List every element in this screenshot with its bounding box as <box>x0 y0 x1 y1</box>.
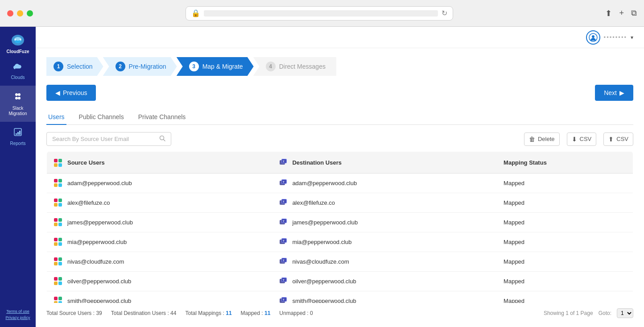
stepper-container: 1 Selection 2 Pre-Migration 3 Map & Migr… <box>36 48 644 76</box>
svg-line-15 <box>164 140 165 141</box>
sidebar-item-clouds[interactable]: Clouds <box>0 58 36 86</box>
svg-text:T: T <box>283 181 285 183</box>
source-cell-0: adam@pepperwood.club <box>47 174 272 193</box>
step-1[interactable]: 1 Selection <box>46 57 103 76</box>
footer-stats: Total Source Users : 39 Total Destinatio… <box>46 310 313 316</box>
destination-cell-6: T smith@pepperwood.club <box>272 291 496 303</box>
table-toolbar: 🗑 Delete ⬇ CSV ⬆ CSV <box>46 132 633 146</box>
total-mappings-stat: Total Mappings : 11 <box>185 310 231 316</box>
upload-icon: ⬆ <box>608 136 614 143</box>
logo-icon <box>11 34 25 47</box>
svg-point-2 <box>14 39 16 41</box>
step-4[interactable]: 4 Direct Messages <box>253 57 336 76</box>
status-cell-3: Mapped <box>496 232 633 252</box>
step-3[interactable]: 3 Map & Migrate <box>177 57 254 76</box>
new-tab-icon[interactable]: + <box>619 8 624 18</box>
table-row: adam@pepperwood.club T adam@pepperwood.c… <box>47 174 633 193</box>
svg-point-6 <box>15 97 18 99</box>
slack-header-icon <box>54 157 63 168</box>
goto-select[interactable]: 1 <box>617 308 633 318</box>
user-avatar <box>586 30 600 45</box>
browser-actions: ⬆ + ⧉ <box>605 8 637 18</box>
browser-chrome: 🔒 ↻ ⬆ + ⧉ <box>0 0 644 27</box>
migration-label: SlackMigration <box>8 106 27 116</box>
destination-cell-3: T mia@pepperwood.club <box>272 232 496 252</box>
table-row: oilver@pepperwood.club T oilver@pepperwo… <box>47 272 633 291</box>
previous-button[interactable]: ◀ Previous <box>46 85 96 101</box>
svg-text:T: T <box>283 259 285 262</box>
showing-text: Showing 1 of 1 Page <box>544 310 593 316</box>
teams-row-icon: T <box>279 217 288 228</box>
destination-cell-5: T oilver@pepperwood.club <box>272 272 496 291</box>
tab-public-channels[interactable]: Public Channels <box>77 110 126 125</box>
privacy-link[interactable]: Privacy policy <box>5 315 30 320</box>
status-cell-0: Mapped <box>496 174 633 193</box>
search-container[interactable] <box>46 132 171 146</box>
minimize-button[interactable] <box>17 10 23 17</box>
maximize-button[interactable] <box>27 10 33 17</box>
reports-icon <box>13 127 23 139</box>
top-bar: •••••••• ▾ <box>36 27 644 48</box>
teams-row-icon: T <box>279 178 288 188</box>
sidebar-item-slack-migration[interactable]: SlackMigration <box>0 86 36 122</box>
slack-row-icon <box>54 238 63 247</box>
svg-text:T: T <box>283 200 285 203</box>
chevron-down-icon: ▾ <box>631 34 633 41</box>
terms-link[interactable]: Terms of use <box>6 309 29 314</box>
step-4-number: 4 <box>266 62 276 71</box>
reload-icon[interactable]: ↻ <box>442 9 447 17</box>
step-1-label: Selection <box>67 63 93 70</box>
status-cell-1: Mapped <box>496 193 633 213</box>
table-footer: Total Source Users : 39 Total Destinatio… <box>46 303 633 318</box>
table-row: nivas@cloudfuze.com T nivas@cloudfuze.co… <box>47 252 633 272</box>
svg-point-5 <box>18 93 21 96</box>
col-destination: T Destination Users <box>272 152 496 174</box>
user-menu[interactable]: •••••••• ▾ <box>586 30 633 45</box>
slack-row-icon <box>54 179 63 188</box>
teams-row-icon: T <box>279 257 288 267</box>
app-container: CloudFuze Clouds SlackMigration <box>0 27 644 327</box>
delete-button[interactable]: 🗑 Delete <box>524 132 560 146</box>
slack-row-icon <box>54 218 63 227</box>
upload-csv-button[interactable]: ⬆ CSV <box>603 132 633 146</box>
stepper: 1 Selection 2 Pre-Migration 3 Map & Migr… <box>46 57 633 76</box>
tab-private-channels[interactable]: Private Channels <box>136 110 188 125</box>
address-bar[interactable]: 🔒 ↻ <box>186 6 453 21</box>
content-area: ◀ Previous Next ▶ Users Public Channels … <box>36 76 644 327</box>
tab-users[interactable]: Users <box>46 110 66 125</box>
address-text <box>204 10 438 17</box>
goto-label: Goto: <box>599 310 611 316</box>
table-row: mia@pepperwood.club T mia@pepperwood.clu… <box>47 232 633 252</box>
svg-rect-11 <box>19 131 21 135</box>
sidebar: CloudFuze Clouds SlackMigration <box>0 27 36 327</box>
logo-label: CloudFuze <box>6 49 29 54</box>
tabs-icon[interactable]: ⧉ <box>631 8 637 18</box>
unmapped-stat: Unmapped : 0 <box>279 310 313 316</box>
total-destination-stat: Total Destination Users : 44 <box>111 310 177 316</box>
teams-row-icon: T <box>279 276 288 286</box>
slack-row-icon <box>54 257 63 266</box>
svg-rect-10 <box>17 132 19 135</box>
next-button[interactable]: Next ▶ <box>595 85 633 101</box>
users-table: Source Users <box>46 151 633 303</box>
svg-point-13 <box>592 35 594 38</box>
step-2[interactable]: 2 Pre-Migration <box>103 57 177 76</box>
slack-row-icon <box>54 277 63 286</box>
tabs: Users Public Channels Private Channels <box>46 110 633 125</box>
search-input[interactable] <box>52 136 156 142</box>
destination-cell-0: T adam@pepperwood.club <box>272 174 496 193</box>
status-cell-4: Mapped <box>496 252 633 272</box>
delete-icon: 🗑 <box>529 136 535 143</box>
svg-text:T: T <box>283 298 285 301</box>
sidebar-logo[interactable]: CloudFuze <box>0 27 36 58</box>
migration-icon <box>12 91 23 104</box>
col-status: Mapping Status <box>496 152 633 174</box>
next-arrow-icon: ▶ <box>619 89 624 96</box>
col-source: Source Users <box>47 152 272 174</box>
search-icon <box>159 135 165 143</box>
share-icon[interactable]: ⬆ <box>605 8 612 18</box>
download-csv-button[interactable]: ⬇ CSV <box>567 132 597 146</box>
sidebar-item-reports[interactable]: Reports <box>0 122 36 152</box>
close-button[interactable] <box>7 10 13 17</box>
traffic-lights <box>7 10 33 17</box>
